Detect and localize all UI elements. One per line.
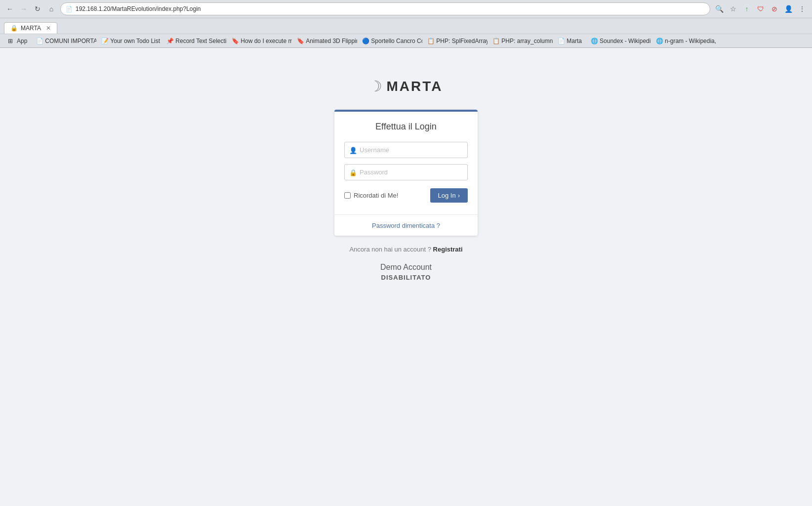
marta-icon: 📄 [558,38,565,44]
no-account-text: Ancora non hai un account ? [349,246,431,253]
home-button[interactable]: ⌂ [45,3,57,15]
remember-text: Ricordati di Me! [354,192,398,199]
bookmark-label: Soundex - Wikipedia,... [600,38,651,44]
login-button-label: Log In [438,192,456,199]
bookmark-label: How do I execute m... [241,38,292,44]
profile-icon[interactable]: 👤 [782,3,794,15]
user-icon: 👤 [349,146,357,154]
app-title: MARTA [386,79,443,94]
bookmarks-bar: ⊞ App 📄 COMUNI IMPORTA... 📝 Your own Tod… [0,34,812,47]
active-tab[interactable]: 🔒 MARTA ✕ [4,22,57,34]
login-button[interactable]: Log In › [430,188,468,203]
username-input[interactable] [344,142,468,158]
bookmark-todo[interactable]: 📝 Your own Todo List ... [97,37,162,45]
bookmark-label: Animated 3D Flipping... [306,38,357,44]
ext3-icon[interactable]: ⊘ [769,3,780,15]
animated-icon: 🔖 [297,38,304,44]
register-section: Ancora non hai un account ? Registrati [349,246,462,253]
menu-icon[interactable]: ⋮ [796,3,808,15]
bookmark-label: PHP: array_column -... [501,38,553,44]
bookmark-soundex[interactable]: 🌐 Soundex - Wikipedia,... [587,37,651,45]
logo-icon: ☽ [369,78,382,95]
login-card: Effettua il Login 👤 🔒 Ricordati di Me! L… [334,110,478,236]
search-icon[interactable]: 🔍 [713,3,725,15]
soundex-icon: 🌐 [591,38,598,44]
bookmark-animated[interactable]: 🔖 Animated 3D Flipping... [293,37,357,45]
demo-title: Demo Account [380,263,432,272]
sportello-icon: 🔵 [362,38,369,44]
bookmark-apps[interactable]: ⊞ App [4,37,31,45]
bookmark-label: Your own Todo List ... [110,38,162,44]
login-actions: Ricordati di Me! Log In › [344,188,468,203]
reload-button[interactable]: ↻ [32,3,43,15]
page-icon: 📄 [66,6,73,12]
username-group: 👤 [344,142,468,158]
ext2-icon[interactable]: 🛡 [755,3,767,15]
bookmark-label: PHP: SplFixedArray -... [436,38,487,44]
login-title: Effettua il Login [344,122,468,132]
bookmark-label: Record Text Selectio... [175,38,227,44]
apps-icon: ⊞ [8,38,15,44]
bookmark-splfix[interactable]: 📋 PHP: SplFixedArray -... [423,37,487,45]
bookmark-record[interactable]: 📌 Record Text Selectio... [162,37,227,45]
app-logo: ☽ MARTA [369,78,443,95]
register-link[interactable]: Registrati [433,246,463,253]
bookmark-marta[interactable]: 📄 Marta [554,37,586,45]
bookmark-ngram[interactable]: 🌐 n-gram - Wikipedia,... [652,37,716,45]
remember-checkbox[interactable] [344,192,351,199]
todo-icon: 📝 [101,38,108,44]
demo-section: Demo Account DISABILITATO [380,263,432,281]
browser-toolbar: ← → ↻ ⌂ 📄 192.168.1.20/MartaREvolution/i… [0,0,812,18]
login-arrow-icon: › [458,192,460,199]
bookmark-label: Sportello Cancro Co... [371,38,422,44]
array-icon: 📋 [492,38,499,44]
browser-chrome: ← → ↻ ⌂ 📄 192.168.1.20/MartaREvolution/i… [0,0,812,48]
nav-buttons: ← → ↻ ⌂ [4,3,57,15]
howdo-icon: 🔖 [232,38,239,44]
bookmark-comuni[interactable]: 📄 COMUNI IMPORTA... [32,37,96,45]
bookmark-label: COMUNI IMPORTA... [45,38,96,44]
login-card-body: Effettua il Login 👤 🔒 Ricordati di Me! L… [334,112,478,214]
toolbar-icons: 🔍 ☆ ↑ 🛡 ⊘ 👤 ⋮ [713,3,808,15]
comuni-icon: 📄 [36,38,43,44]
password-group: 🔒 [344,164,468,180]
ext1-icon[interactable]: ↑ [741,3,753,15]
tab-title: MARTA [21,25,41,32]
forward-button[interactable]: → [18,3,30,15]
back-button[interactable]: ← [4,3,16,15]
tab-close[interactable]: ✕ [46,25,51,32]
login-card-footer: Password dimenticata ? [334,214,478,236]
remember-me-label[interactable]: Ricordati di Me! [344,192,398,199]
splfix-icon: 📋 [427,38,434,44]
bookmark-label: n-gram - Wikipedia,... [665,38,716,44]
url-text: 192.168.1.20/MartaREvolution/index.php?L… [76,5,705,12]
tab-favicon: 🔒 [10,25,18,32]
bookmark-star-icon[interactable]: ☆ [727,3,739,15]
bookmark-array[interactable]: 📋 PHP: array_column -... [488,37,553,45]
bookmark-howdo[interactable]: 🔖 How do I execute m... [228,37,292,45]
demo-status: DISABILITATO [380,274,432,281]
record-icon: 📌 [166,38,173,44]
address-bar[interactable]: 📄 192.168.1.20/MartaREvolution/index.php… [60,2,710,15]
lock-icon: 🔒 [349,169,357,176]
bookmark-label: Marta [567,38,582,44]
password-input[interactable] [344,164,468,180]
page-content: ☽ MARTA Effettua il Login 👤 🔒 Ricordati … [0,48,812,506]
forgot-password-link[interactable]: Password dimenticata ? [372,222,440,229]
ngram-icon: 🌐 [656,38,663,44]
bookmark-label: App [17,38,27,44]
bookmark-sportello[interactable]: 🔵 Sportello Cancro Co... [358,37,422,45]
